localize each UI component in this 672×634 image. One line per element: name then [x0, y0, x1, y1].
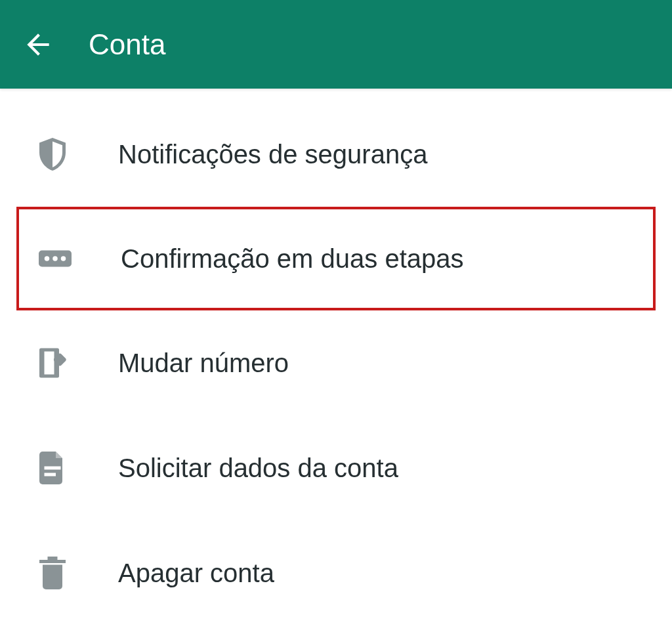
- menu-item-request-account-info[interactable]: Solicitar dados da conta: [0, 415, 672, 520]
- menu-item-label: Notificações de segurança: [118, 140, 427, 169]
- svg-point-1: [45, 256, 50, 261]
- app-bar: Conta: [0, 0, 672, 89]
- shield-icon: [33, 135, 72, 174]
- menu-item-security-notifications[interactable]: Notificações de segurança: [0, 102, 672, 207]
- menu-item-label: Apagar conta: [118, 559, 274, 588]
- arrow-left-icon: [22, 28, 54, 61]
- document-icon: [33, 448, 72, 488]
- menu-item-change-number[interactable]: Mudar número: [0, 310, 672, 415]
- menu-item-two-step-verification[interactable]: Confirmação em duas etapas: [16, 207, 656, 310]
- svg-point-2: [52, 256, 58, 261]
- menu-item-label: Confirmação em duas etapas: [121, 244, 464, 274]
- page-title: Conta: [89, 28, 165, 61]
- menu-item-label: Solicitar dados da conta: [118, 454, 398, 483]
- menu-item-delete-account[interactable]: Apagar conta: [0, 520, 672, 625]
- svg-point-3: [61, 256, 66, 261]
- menu-item-label: Mudar número: [118, 349, 289, 378]
- back-button[interactable]: [20, 26, 56, 62]
- password-icon: [35, 239, 75, 278]
- svg-rect-4: [45, 467, 61, 470]
- phone-change-icon: [33, 343, 72, 383]
- svg-rect-5: [45, 473, 56, 476]
- menu-list: Notificações de segurança Confirmação em…: [0, 89, 672, 634]
- trash-icon: [33, 553, 72, 593]
